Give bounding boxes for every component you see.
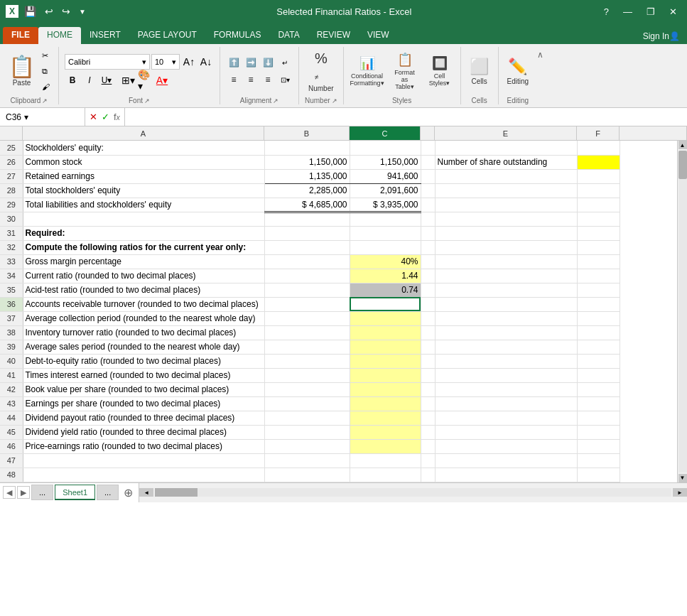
cell-e[interactable] bbox=[435, 254, 577, 269]
cell-a[interactable] bbox=[23, 453, 264, 468]
cell-f[interactable] bbox=[577, 169, 620, 183]
cell-c[interactable] bbox=[350, 325, 421, 340]
grid-scroll-area[interactable]: 25Stockholders' equity:26 Common stock1,… bbox=[0, 141, 677, 482]
col-header-e[interactable]: E bbox=[435, 126, 577, 140]
add-sheet-btn[interactable]: ⊕ bbox=[120, 485, 136, 500]
tab-view[interactable]: VIEW bbox=[359, 27, 398, 44]
cell-d[interactable] bbox=[421, 425, 435, 439]
restore-btn[interactable]: ❐ bbox=[642, 5, 659, 18]
cell-c[interactable] bbox=[350, 240, 421, 254]
cell-b[interactable] bbox=[264, 269, 350, 283]
format-painter-btn[interactable]: 🖌 bbox=[39, 80, 53, 94]
cell-e[interactable] bbox=[435, 382, 577, 396]
row-number[interactable]: 32 bbox=[0, 240, 23, 254]
tab-page-layout[interactable]: PAGE LAYOUT bbox=[129, 27, 205, 44]
cell-f[interactable] bbox=[577, 325, 620, 340]
cell-f[interactable] bbox=[577, 453, 620, 468]
cell-f[interactable] bbox=[577, 354, 620, 368]
cell-b[interactable] bbox=[264, 382, 350, 396]
cell-c[interactable] bbox=[350, 368, 421, 382]
number-btn[interactable]: %≠ Number bbox=[305, 51, 337, 91]
cell-c[interactable]: 941,600 bbox=[350, 169, 421, 183]
cell-e[interactable] bbox=[435, 439, 577, 453]
col-header-d[interactable] bbox=[421, 126, 435, 140]
cell-e[interactable] bbox=[435, 283, 577, 297]
cell-e[interactable] bbox=[435, 325, 577, 340]
cell-c[interactable] bbox=[350, 297, 421, 311]
row-number[interactable]: 48 bbox=[0, 468, 23, 482]
cell-d[interactable] bbox=[421, 311, 435, 325]
format-as-table-btn[interactable]: 📋 Format asTable▾ bbox=[388, 51, 422, 91]
cell-e[interactable] bbox=[435, 368, 577, 382]
cell-d[interactable] bbox=[421, 269, 435, 283]
cell-d[interactable] bbox=[421, 439, 435, 453]
cell-a[interactable] bbox=[23, 468, 264, 482]
row-number[interactable]: 29 bbox=[0, 198, 23, 212]
cell-c[interactable] bbox=[350, 141, 421, 155]
cell-c[interactable] bbox=[350, 382, 421, 396]
cell-d[interactable] bbox=[421, 411, 435, 425]
editing-btn[interactable]: ✏️ Editing bbox=[504, 51, 532, 91]
redo-qa-btn[interactable]: ↪ bbox=[59, 4, 73, 18]
cell-e[interactable] bbox=[435, 453, 577, 468]
cell-a[interactable]: Gross margin percentage bbox=[23, 254, 264, 269]
sheet-tab-prev-pages[interactable]: ... bbox=[31, 485, 53, 500]
cell-d[interactable] bbox=[421, 283, 435, 297]
cell-a[interactable]: Average sales period (rounded to the nea… bbox=[23, 340, 264, 354]
cell-f[interactable] bbox=[577, 269, 620, 283]
cell-e[interactable] bbox=[435, 354, 577, 368]
scroll-up-btn[interactable]: ▲ bbox=[678, 141, 687, 149]
cell-b[interactable] bbox=[264, 354, 350, 368]
cell-e[interactable] bbox=[435, 183, 577, 198]
cell-e[interactable] bbox=[435, 212, 577, 226]
cell-e[interactable] bbox=[435, 141, 577, 155]
cell-d[interactable] bbox=[421, 396, 435, 411]
cut-btn[interactable]: ✂ bbox=[39, 48, 53, 63]
cell-d[interactable] bbox=[421, 382, 435, 396]
horizontal-scrollbar[interactable]: ◄ ► bbox=[139, 483, 687, 502]
tab-home[interactable]: HOME bbox=[38, 27, 81, 44]
tab-formulas[interactable]: FORMULAS bbox=[205, 27, 270, 44]
row-number[interactable]: 45 bbox=[0, 425, 23, 439]
decrease-font-btn[interactable]: A↓ bbox=[198, 54, 214, 70]
cell-b[interactable] bbox=[264, 226, 350, 240]
close-btn[interactable]: ✕ bbox=[665, 5, 681, 18]
cell-a[interactable] bbox=[23, 212, 264, 226]
cell-e[interactable] bbox=[435, 411, 577, 425]
sheet-tab-sheet1[interactable]: Sheet1 bbox=[55, 485, 95, 500]
cell-f[interactable] bbox=[577, 141, 620, 155]
cell-c[interactable]: 1,150,000 bbox=[350, 155, 421, 169]
cell-a[interactable]: Compute the following ratios for the cur… bbox=[23, 240, 264, 254]
cell-a[interactable]: Stockholders' equity: bbox=[23, 141, 264, 155]
col-header-b[interactable]: B bbox=[264, 126, 350, 140]
copy-btn[interactable]: ⧉ bbox=[39, 64, 53, 78]
cell-b[interactable] bbox=[264, 468, 350, 482]
cell-d[interactable] bbox=[421, 453, 435, 468]
cell-f[interactable] bbox=[577, 254, 620, 269]
row-number[interactable]: 41 bbox=[0, 368, 23, 382]
align-top-btn[interactable]: ⬆️ bbox=[226, 55, 242, 70]
scroll-right-btn[interactable]: ► bbox=[673, 488, 687, 497]
cell-a[interactable]: Current ratio (rounded to two decimal pl… bbox=[23, 269, 264, 283]
cell-a[interactable]: Earnings per share (rounded to two decim… bbox=[23, 396, 264, 411]
cell-b[interactable] bbox=[264, 311, 350, 325]
cell-c[interactable] bbox=[350, 354, 421, 368]
prev-sheet-btn[interactable]: ◀ bbox=[3, 486, 16, 499]
row-number[interactable]: 34 bbox=[0, 269, 23, 283]
conditional-formatting-btn[interactable]: 📊 ConditionalFormatting▾ bbox=[350, 51, 385, 91]
cell-c[interactable]: 1.44 bbox=[350, 269, 421, 283]
cell-a[interactable]: Dividend yield ratio (rounded to three d… bbox=[23, 425, 264, 439]
cell-f[interactable] bbox=[577, 468, 620, 482]
cell-b[interactable] bbox=[264, 368, 350, 382]
cell-f[interactable] bbox=[577, 382, 620, 396]
cell-d[interactable] bbox=[421, 297, 435, 311]
cell-d[interactable] bbox=[421, 141, 435, 155]
cell-b[interactable] bbox=[264, 340, 350, 354]
row-number[interactable]: 46 bbox=[0, 439, 23, 453]
cell-c[interactable]: 40% bbox=[350, 254, 421, 269]
cell-e[interactable] bbox=[435, 240, 577, 254]
corner-cell[interactable] bbox=[0, 126, 23, 140]
right-align-btn[interactable]: ≡ bbox=[260, 72, 276, 87]
sheet-tab-next-pages[interactable]: ... bbox=[97, 485, 119, 500]
cell-f[interactable] bbox=[577, 425, 620, 439]
